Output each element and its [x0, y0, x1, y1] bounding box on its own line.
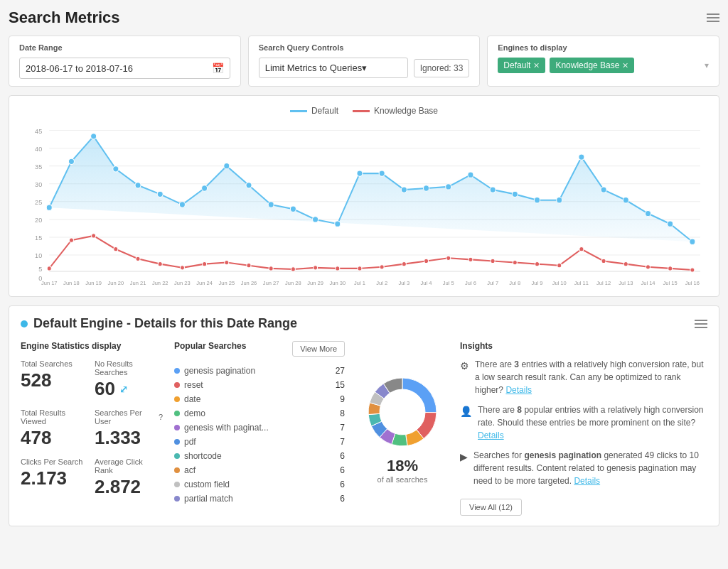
- stats-grid: Total Searches 528 No Results Searches 6…: [21, 359, 163, 498]
- stat-clicks-per-search-value: 2.173: [21, 467, 89, 489]
- search-name: date: [184, 394, 336, 404]
- insights-title: Insights: [460, 341, 707, 351]
- chart-legend: Default Knowledge Base: [21, 106, 707, 116]
- popular-searches-section: Popular Searches View More genesis pagin…: [174, 341, 345, 516]
- search-count: 7: [340, 423, 345, 433]
- search-dot: [174, 482, 180, 487]
- insight-1-link[interactable]: Details: [505, 385, 532, 395]
- svg-point-60: [269, 266, 273, 271]
- search-count: 6: [340, 451, 345, 461]
- svg-point-34: [357, 170, 363, 176]
- pie-section: 18% of all searches: [356, 341, 449, 516]
- svg-text:Jun 18: Jun 18: [63, 280, 80, 286]
- stat-clicks-per-search-label: Clicks Per Search: [21, 457, 89, 466]
- legend-knowledge-base-label: Knowledge Base: [374, 106, 438, 116]
- search-name: acf: [184, 465, 336, 475]
- svg-point-49: [690, 239, 695, 244]
- svg-point-54: [136, 256, 140, 261]
- search-list-item: genesis with paginat... 7: [174, 421, 345, 435]
- stat-avg-click-rank-label: Average Click Rank: [95, 457, 163, 475]
- svg-text:Jun 19: Jun 19: [85, 280, 102, 286]
- engines-dropdown-arrow[interactable]: ▾: [705, 60, 709, 70]
- svg-point-46: [623, 197, 628, 203]
- svg-point-64: [358, 266, 362, 271]
- stat-searches-per-user-value: 1.333: [95, 427, 163, 449]
- detail-title: Default Engine - Details for this Date R…: [21, 316, 297, 331]
- svg-point-28: [224, 163, 230, 168]
- search-dot: [174, 439, 180, 445]
- search-query-row: Limit Metrics to Queries ▾ Ignored: 33: [259, 58, 470, 78]
- stat-searches-per-user-label: Searches Per User ?: [95, 408, 163, 426]
- search-name: reset: [184, 380, 331, 390]
- svg-point-21: [68, 158, 74, 164]
- insight-3-link[interactable]: Details: [574, 476, 600, 486]
- chart-card: Default Knowledge Base: [9, 95, 719, 297]
- svg-point-75: [601, 259, 606, 263]
- detail-body: Engine Statistics display Total Searches…: [21, 341, 707, 516]
- view-more-button[interactable]: View More: [292, 341, 345, 357]
- insight-2-icon: 👤: [460, 404, 472, 442]
- insight-1-icon: ⚙: [460, 359, 469, 396]
- search-query-select[interactable]: Limit Metrics to Queries ▾: [259, 58, 408, 78]
- svg-point-38: [446, 184, 451, 190]
- header-menu-icon[interactable]: [707, 13, 719, 22]
- svg-point-37: [424, 185, 429, 191]
- svg-text:Jul 1: Jul 1: [354, 280, 365, 286]
- svg-point-48: [668, 221, 673, 227]
- view-all-button[interactable]: View All (12): [460, 499, 522, 516]
- svg-text:Jul 15: Jul 15: [663, 280, 678, 286]
- insight-2-link[interactable]: Details: [478, 430, 504, 440]
- search-count: 6: [340, 465, 345, 475]
- detail-menu-icon[interactable]: [695, 320, 707, 328]
- svg-point-59: [247, 264, 251, 268]
- svg-text:Jun 17: Jun 17: [41, 280, 58, 286]
- search-query-card: Search Query Controls Limit Metrics to Q…: [248, 36, 481, 87]
- svg-text:Jul 12: Jul 12: [596, 280, 611, 286]
- svg-text:Jul 16: Jul 16: [685, 280, 700, 286]
- no-results-link-icon[interactable]: ⤢: [119, 384, 128, 395]
- svg-point-70: [491, 259, 495, 263]
- svg-text:Jul 2: Jul 2: [376, 280, 387, 286]
- svg-point-40: [490, 187, 496, 193]
- stat-clicks-per-search: Clicks Per Search 2.173: [21, 457, 89, 498]
- svg-point-71: [513, 260, 517, 264]
- svg-point-41: [512, 191, 518, 197]
- searches-per-user-help[interactable]: ?: [159, 413, 163, 421]
- svg-point-55: [158, 262, 162, 266]
- stat-total-results-label: Total Results Viewed: [21, 408, 89, 426]
- stat-total-searches: Total Searches 528: [21, 359, 89, 400]
- svg-text:Jul 5: Jul 5: [443, 280, 454, 286]
- svg-text:Jun 20: Jun 20: [108, 280, 124, 286]
- dropdown-arrow: ▾: [362, 63, 367, 73]
- page-title: Search Metrics: [9, 9, 120, 27]
- svg-point-26: [179, 202, 185, 207]
- svg-point-33: [335, 221, 341, 227]
- insight-3-text: Searches for genesis pagination generate…: [473, 449, 707, 487]
- engine-tag-default: Default ✕: [498, 58, 545, 73]
- svg-text:Jun 28: Jun 28: [285, 280, 301, 286]
- svg-point-76: [623, 262, 628, 266]
- svg-point-43: [557, 197, 562, 203]
- svg-point-32: [313, 217, 318, 222]
- legend-color-default: [290, 110, 307, 112]
- svg-point-36: [401, 187, 407, 193]
- svg-text:Jun 24: Jun 24: [196, 280, 213, 286]
- engine-tag-default-remove[interactable]: ✕: [533, 61, 540, 70]
- svg-point-44: [579, 154, 584, 160]
- search-name: demo: [184, 408, 336, 418]
- insight-1: ⚙ There are 3 entries with a relatively …: [460, 358, 707, 396]
- svg-text:Jun 21: Jun 21: [130, 280, 146, 286]
- popular-searches-title: Popular Searches: [174, 341, 246, 351]
- insight-1-text: There are 3 entries with a relatively hi…: [475, 358, 707, 396]
- search-count: 15: [336, 380, 345, 390]
- ignored-badge: Ignored: 33: [414, 59, 470, 77]
- engines-card: Engines to display Default ✕ Knowledge B…: [487, 36, 719, 87]
- detail-title-text: Default Engine - Details for this Date R…: [33, 316, 297, 331]
- svg-text:Jun 25: Jun 25: [218, 280, 235, 286]
- date-range-input[interactable]: 2018-06-17 to 2018-07-16 📅: [19, 58, 230, 79]
- svg-point-77: [646, 265, 650, 269]
- engine-tag-knowledge-base-remove[interactable]: ✕: [622, 61, 628, 70]
- search-dot: [174, 453, 180, 459]
- search-count: 6: [340, 494, 345, 504]
- search-name: shortcode: [184, 451, 336, 461]
